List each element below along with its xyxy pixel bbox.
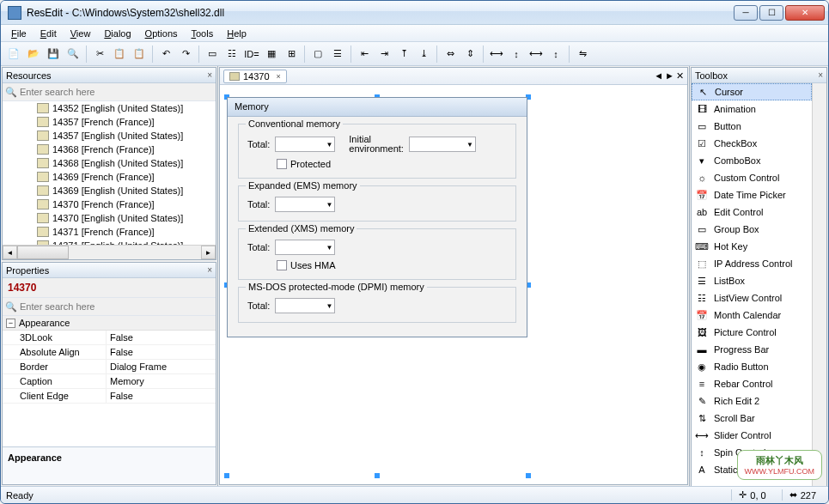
paste-button[interactable]: 📋 xyxy=(130,45,149,64)
toolbox-item[interactable]: ✎Rich Edit 2 xyxy=(692,392,812,410)
tab-close-all-icon[interactable]: ✕ xyxy=(676,70,684,82)
same-height-button[interactable]: ↕ xyxy=(546,45,565,64)
toolbox-list[interactable]: ↖Cursor🎞Animation▭Button☑CheckBox▾ComboB… xyxy=(692,83,812,486)
tab-order-button[interactable]: ☷ xyxy=(222,45,241,64)
toolbox-item[interactable]: ⟷Slider Control xyxy=(692,427,812,444)
property-row[interactable]: 3DLookFalse xyxy=(3,331,216,345)
menu-help[interactable]: Help xyxy=(220,27,253,40)
test-dialog-button[interactable]: ▭ xyxy=(203,45,222,64)
menu-options[interactable]: Options xyxy=(138,27,185,40)
preview-button[interactable]: 🔍 xyxy=(64,45,82,64)
tree-hscrollbar[interactable]: ◄► xyxy=(3,245,216,259)
tree-item[interactable]: 14369 [English (United States)] xyxy=(3,184,216,197)
align-left-button[interactable]: ⇤ xyxy=(355,45,374,64)
property-row[interactable]: Absolute AlignFalse xyxy=(3,345,216,360)
property-category[interactable]: − Appearance xyxy=(3,316,216,331)
collapse-icon[interactable]: − xyxy=(6,319,15,328)
property-row[interactable]: CaptionMemory xyxy=(3,374,216,389)
space-h-button[interactable]: ⟷ xyxy=(487,45,506,64)
toolbox-item[interactable]: ▬Progress Bar xyxy=(692,341,812,358)
dialog-preview[interactable]: Memory Conventional memory Total: ▼ Init… xyxy=(227,97,527,337)
same-width-button[interactable]: ⟷ xyxy=(527,45,546,64)
menu-tools[interactable]: Tools xyxy=(185,27,221,40)
center-h-button[interactable]: ⇔ xyxy=(441,45,460,64)
toolbox-item[interactable]: ⌨Hot Key xyxy=(692,238,812,255)
copy-button[interactable]: 📋 xyxy=(110,45,129,64)
close-button[interactable]: ✕ xyxy=(785,5,825,21)
toolbox-item[interactable]: 🎞Animation xyxy=(692,100,812,118)
toolbox-item[interactable]: abEdit Control xyxy=(692,203,812,221)
toolbox-item[interactable]: ◉Radio Button xyxy=(692,358,812,375)
group-xms: Extended (XMS) memory Total: ▼ Uses HMA xyxy=(238,228,516,280)
dpmi-total-combo[interactable]: ▼ xyxy=(275,298,335,313)
resource-tree[interactable]: 14352 [English (United States)]14357 [Fr… xyxy=(3,101,216,245)
minimize-button[interactable]: ─ xyxy=(734,5,758,21)
undo-button[interactable]: ↶ xyxy=(156,45,175,64)
toolbox-item[interactable]: ↖Cursor xyxy=(692,83,812,100)
align-button[interactable]: ☰ xyxy=(328,45,347,64)
toolbox-item[interactable]: ☷ListView Control xyxy=(692,289,812,307)
guides-button[interactable]: ⊞ xyxy=(282,45,301,64)
toolbox-item[interactable]: ▭Group Box xyxy=(692,221,812,238)
flip-button[interactable]: ⇋ xyxy=(573,45,592,64)
total-combo[interactable]: ▼ xyxy=(275,137,335,152)
align-right-button[interactable]: ⇥ xyxy=(375,45,393,64)
tree-item[interactable]: 14357 [English (United States)] xyxy=(3,129,216,143)
toolbox-item[interactable]: ▭Button xyxy=(692,118,812,135)
new-button[interactable]: 📄 xyxy=(4,45,23,64)
toolbox-item[interactable]: ☰ListBox xyxy=(692,272,812,289)
open-button[interactable]: 📂 xyxy=(24,45,43,64)
menu-file[interactable]: File xyxy=(4,27,34,40)
toggle-grid-button[interactable]: ▦ xyxy=(262,45,281,64)
space-v-button[interactable]: ↕ xyxy=(507,45,526,64)
toolbox-item[interactable]: ☼Custom Control xyxy=(692,169,812,186)
toolbox-item[interactable]: 🖼Picture Control xyxy=(692,324,812,341)
tree-item[interactable]: 14352 [English (United States)] xyxy=(3,101,216,115)
toolbox-item[interactable]: 📅Month Calendar xyxy=(692,307,812,324)
tree-item[interactable]: 14371 [French (France)] xyxy=(3,225,216,239)
uses-hma-checkbox[interactable]: Uses HMA xyxy=(277,260,507,270)
properties-search-input[interactable] xyxy=(20,301,214,312)
property-grid[interactable]: − Appearance 3DLookFalseAbsolute AlignFa… xyxy=(3,316,216,446)
protected-checkbox[interactable]: Protected xyxy=(277,159,507,169)
properties-close-icon[interactable]: × xyxy=(207,265,212,275)
center-v-button[interactable]: ⇕ xyxy=(460,45,479,64)
tree-item[interactable]: 14370 [English (United States)] xyxy=(3,211,216,225)
maximize-button[interactable]: ☐ xyxy=(759,5,783,21)
save-button[interactable]: 💾 xyxy=(44,45,63,64)
tree-item[interactable]: 14357 [French (France)] xyxy=(3,115,216,129)
toolbox-item[interactable]: ⬚IP Address Control xyxy=(692,255,812,272)
menu-edit[interactable]: Edit xyxy=(34,27,64,40)
tree-item[interactable]: 14371 [English (United States)] xyxy=(3,239,216,245)
initial-env-combo[interactable]: ▼ xyxy=(409,137,476,152)
toolbox-item[interactable]: ☑CheckBox xyxy=(692,135,812,152)
crop-icon[interactable]: ▢ xyxy=(308,45,327,64)
tree-item[interactable]: 14369 [French (France)] xyxy=(3,170,216,184)
toolbox-scrollbar[interactable] xyxy=(812,83,826,486)
menu-dialog[interactable]: Dialog xyxy=(97,27,137,40)
ems-total-combo[interactable]: ▼ xyxy=(275,197,335,212)
editor-tab[interactable]: 14370 × xyxy=(223,70,287,83)
resources-search-input[interactable] xyxy=(20,87,214,97)
dialog-canvas[interactable]: Memory Conventional memory Total: ▼ Init… xyxy=(220,85,687,484)
redo-button[interactable]: ↷ xyxy=(176,45,195,64)
property-row[interactable]: BorderDialog Frame xyxy=(3,360,216,374)
align-top-button[interactable]: ⤒ xyxy=(394,45,413,64)
toolbox-close-icon[interactable]: × xyxy=(818,70,823,80)
toolbox-item[interactable]: ⇅Scroll Bar xyxy=(692,410,812,427)
tab-close-icon[interactable]: × xyxy=(277,72,281,81)
toolbox-item[interactable]: ▾ComboBox xyxy=(692,152,812,169)
tab-prev-icon[interactable]: ◄ xyxy=(654,70,663,82)
toolbox-item[interactable]: ≡Rebar Control xyxy=(692,375,812,392)
align-bottom-button[interactable]: ⤓ xyxy=(414,45,433,64)
xms-total-combo[interactable]: ▼ xyxy=(275,240,335,255)
tree-item[interactable]: 14368 [French (France)] xyxy=(3,143,216,156)
toolbox-item[interactable]: 📅Date Time Picker xyxy=(692,186,812,203)
tree-item[interactable]: 14368 [English (United States)] xyxy=(3,156,216,170)
cut-button[interactable]: ✂ xyxy=(90,45,109,64)
property-row[interactable]: Client EdgeFalse xyxy=(3,389,216,404)
resources-close-icon[interactable]: × xyxy=(207,70,212,80)
tab-next-icon[interactable]: ► xyxy=(665,70,674,82)
tree-item[interactable]: 14370 [French (France)] xyxy=(3,197,216,211)
menu-view[interactable]: View xyxy=(64,27,98,40)
